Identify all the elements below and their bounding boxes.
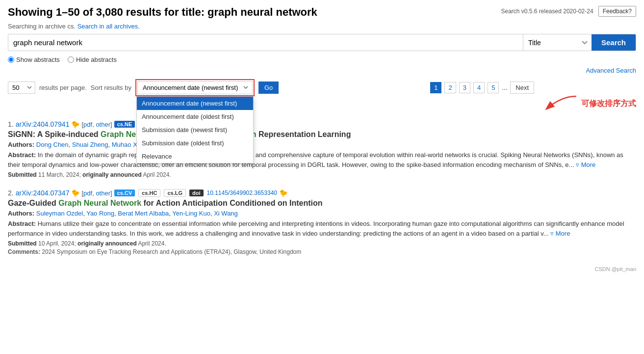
sort-dropdown-container: Announcement date (newest first) Announc… xyxy=(135,79,255,96)
result-1-authors: Authors: Dong Chen, Shuai Zheng, Muhao X… xyxy=(8,141,636,148)
show-abstracts-label: Show abstracts xyxy=(16,56,60,63)
result-2-tag-cv[interactable]: cs.CV xyxy=(114,190,135,196)
sort-option-submit-oldest[interactable]: Submission date (oldest first) xyxy=(137,136,253,150)
top-right: Search v0.5.6 released 2020-02-24 Feedba… xyxy=(501,6,636,17)
results-list: 1. arXiv:2404.07941 🐤 [pdf, other] cs.NE… xyxy=(8,120,636,255)
feedback-button[interactable]: Feedback? xyxy=(598,6,636,17)
abstract-options: Show abstracts Hide abstracts xyxy=(8,56,636,63)
result-2-author-2[interactable]: Yao Rong xyxy=(86,210,114,217)
result-1-robot-icon: 🐤 xyxy=(71,120,79,128)
result-2-meta: 2. arXiv:2404.07347 🐤 [pdf, other] cs.CV… xyxy=(8,189,636,197)
sort-dropdown-menu: Announcement date (newest first) Announc… xyxy=(136,96,254,163)
search-type-select[interactable]: Title All fields Author Abstract xyxy=(523,34,592,51)
result-2-pdf-link[interactable]: pdf xyxy=(83,190,92,197)
search-input[interactable] xyxy=(8,34,523,51)
result-1-author-2[interactable]: Shuai Zheng xyxy=(72,141,108,148)
hide-abstracts-radio[interactable] xyxy=(68,56,74,63)
result-2-doi-label: doi xyxy=(189,190,204,196)
show-abstracts-option[interactable]: Show abstracts xyxy=(8,56,60,63)
sort-dropdown-border: Announcement date (newest first) Announc… xyxy=(135,79,255,96)
result-1-abstract: Abstract: In the domain of dynamic graph… xyxy=(8,150,636,169)
result-2-submitted: Submitted 10 April, 2024; originally ann… xyxy=(8,240,636,247)
version-text: Search v0.5.6 released 2020-02-24 xyxy=(501,8,593,15)
pagination: 1 2 3 4 5 ... Next xyxy=(430,82,534,94)
next-button[interactable]: Next xyxy=(510,82,534,94)
result-1-author-1[interactable]: Dong Chen xyxy=(36,141,69,148)
page-3[interactable]: 3 xyxy=(459,82,470,93)
result-1-other-link[interactable]: other xyxy=(96,121,110,128)
result-1-formats: [pdf, other] xyxy=(81,121,112,128)
page-4[interactable]: 4 xyxy=(473,82,485,93)
result-1-submitted: Submitted 11 March, 2024; originally ann… xyxy=(8,171,636,178)
result-2-author-1[interactable]: Suleyman Ozdel xyxy=(36,210,83,217)
page-1[interactable]: 1 xyxy=(430,82,441,93)
result-1-meta: 1. arXiv:2404.07941 🐤 [pdf, other] cs.NE… xyxy=(8,120,636,128)
archive-notice: Searching in archive cs. Search in all a… xyxy=(8,23,636,30)
show-abstracts-radio[interactable] xyxy=(8,56,14,63)
sort-option-relevance[interactable]: Relevance xyxy=(137,150,253,163)
result-2-authors: Authors: Suleyman Ozdel, Yao Rong, Berat… xyxy=(8,210,636,217)
result-2-doi-robot-icon: 🐤 xyxy=(279,189,287,197)
results-controls: 50 25 100 results per page. Sort results… xyxy=(8,79,534,96)
result-2-tag-hc[interactable]: cs.HC xyxy=(138,189,160,197)
page-2[interactable]: 2 xyxy=(444,82,456,93)
sort-option-oldest[interactable]: Announcement date (oldest first) xyxy=(137,110,253,123)
hide-abstracts-option[interactable]: Hide abstracts xyxy=(68,56,117,63)
go-button[interactable]: Go xyxy=(258,82,279,94)
result-1-arxiv-id[interactable]: arXiv:2404.07941 xyxy=(16,120,70,128)
result-item-2: 2. arXiv:2404.07347 🐤 [pdf, other] cs.CV… xyxy=(8,189,636,255)
page-title: Showing 1–50 of 3,080 results for title:… xyxy=(8,6,317,19)
result-2-comments: Comments: 2024 Symposium on Eye Tracking… xyxy=(8,248,636,255)
result-2-highlight-1: Graph Neural Network xyxy=(58,199,141,207)
advanced-search-container: Advanced Search xyxy=(8,66,636,74)
result-1-number: 1. xyxy=(8,120,14,128)
watermark: CSDN @pit_man xyxy=(8,266,636,272)
result-2-author-4[interactable]: Yen-Ling Kuo xyxy=(172,210,210,217)
result-2-formats: [pdf, other] xyxy=(81,190,112,197)
result-1-more-link[interactable]: ▿ More xyxy=(576,161,595,168)
advanced-search-link[interactable]: Advanced Search xyxy=(586,67,636,74)
archive-text: Searching in archive cs. xyxy=(8,23,76,30)
per-page-label: results per page. xyxy=(39,84,87,91)
annotation-arrow-svg xyxy=(542,94,581,113)
page-5[interactable]: 5 xyxy=(488,82,499,93)
annotation-label: 可修改排序方式 xyxy=(581,99,636,109)
result-item-1: 1. arXiv:2404.07941 🐤 [pdf, other] cs.NE… xyxy=(8,120,636,178)
result-2-number: 2. xyxy=(8,189,14,197)
result-2-arxiv-id[interactable]: arXiv:2404.07347 xyxy=(16,189,70,197)
result-1-title: SiGNN: A Spike-induced Graph Neural Netw… xyxy=(8,130,636,139)
hide-abstracts-label: Hide abstracts xyxy=(76,56,117,63)
result-2-abstract: Abstract: Humans utilize their gaze to c… xyxy=(8,219,636,238)
result-1-tag-ne[interactable]: cs.NE xyxy=(114,121,135,128)
page-ellipsis: ... xyxy=(502,84,507,91)
sort-by-label: Sort results by xyxy=(91,84,131,91)
result-2-doi-link[interactable]: 10.1145/3649902.3653340 xyxy=(207,190,277,196)
sort-option-submit-newest[interactable]: Submission date (newest first) xyxy=(137,123,253,136)
result-2-author-5[interactable]: Xi Wang xyxy=(214,210,238,217)
result-2-robot-icon: 🐤 xyxy=(71,189,79,197)
per-page-select[interactable]: 50 25 100 xyxy=(8,82,35,94)
sort-select[interactable]: Announcement date (newest first) Announc… xyxy=(137,81,253,94)
result-2-tag-lg[interactable]: cs.LG xyxy=(164,189,186,197)
result-2-more-link[interactable]: ▿ More xyxy=(550,230,570,237)
search-all-archives-link[interactable]: Search in all archives. xyxy=(77,23,140,30)
result-2-title: Gaze-Guided Graph Neural Network for Act… xyxy=(8,199,636,208)
result-2-author-3[interactable]: Berat Mert Albaba xyxy=(118,210,169,217)
top-bar: Showing 1–50 of 3,080 results for title:… xyxy=(8,6,636,19)
result-2-other-link[interactable]: other xyxy=(96,190,110,197)
result-1-pdf-link[interactable]: pdf xyxy=(83,121,92,128)
sort-option-newest[interactable]: Announcement date (newest first) xyxy=(137,97,253,110)
search-row: Title All fields Author Abstract Search xyxy=(8,34,636,51)
annotation-container: 可修改排序方式 xyxy=(542,94,636,113)
search-button[interactable]: Search xyxy=(592,34,636,51)
